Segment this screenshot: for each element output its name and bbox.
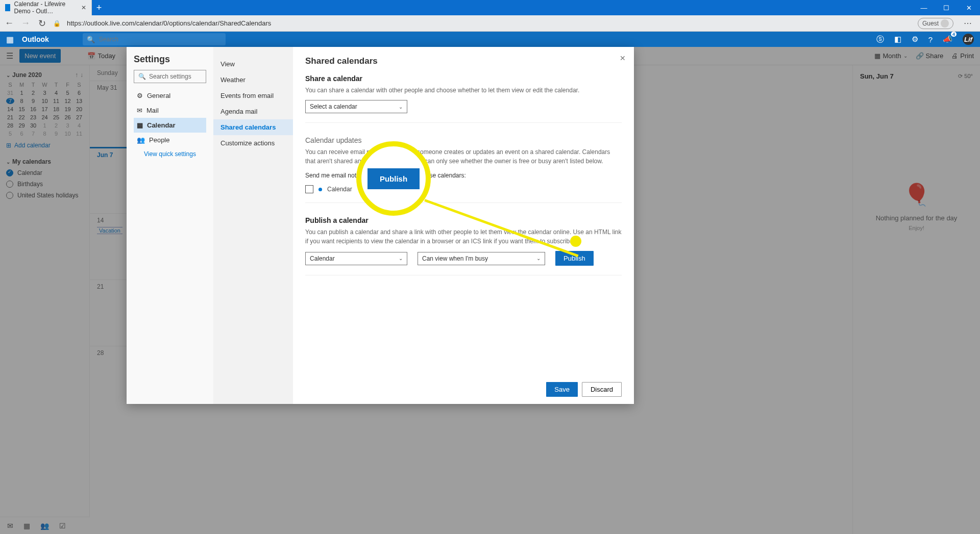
updates-cal-label: Calendar [327, 186, 352, 193]
tab-title: Calendar - Lifewire Demo - Outl… [14, 1, 77, 15]
people-icon: 👥 [137, 136, 145, 144]
settings-title: Settings [134, 54, 206, 65]
window-minimize-icon[interactable]: — [913, 0, 935, 15]
subnav-shared-calendars[interactable]: Shared calendars [213, 119, 293, 135]
close-icon[interactable]: ✕ [620, 54, 626, 62]
save-button[interactable]: Save [546, 382, 578, 397]
discard-button[interactable]: Discard [582, 382, 622, 397]
app-launcher-icon[interactable]: ▦ [6, 35, 14, 44]
share-section-title: Share a calendar [305, 74, 622, 83]
notif-badge: 4 [951, 32, 957, 37]
publish-calendar-select[interactable]: Calendar ⌄ [305, 252, 407, 265]
updates-checkbox[interactable] [305, 185, 313, 193]
tab-favicon [5, 4, 10, 11]
new-tab-button[interactable]: + [92, 0, 106, 15]
nav-forward-icon[interactable]: → [20, 18, 31, 29]
publish-section-title: Publish a calendar [305, 216, 622, 224]
view-quick-settings-link[interactable]: View quick settings [134, 150, 206, 158]
subnav-weather[interactable]: Weather [213, 72, 293, 88]
search-box[interactable]: 🔍 [83, 33, 226, 45]
address-url[interactable]: https://outlook.live.com/calendar/0/opti… [67, 19, 912, 27]
guest-avatar-icon [941, 19, 949, 28]
highlight-button-zoom: Publish [368, 168, 420, 189]
share-calendar-select[interactable]: Select a calendar ⌄ [305, 100, 407, 113]
subnav-view[interactable]: View [213, 56, 293, 72]
window-close-icon[interactable]: ✕ [958, 0, 980, 15]
app-name: Outlook [22, 35, 49, 43]
help-icon[interactable]: ? [928, 35, 933, 44]
calendar-color-dot [318, 188, 322, 191]
settings-gear-icon[interactable]: ⚙ [912, 35, 918, 44]
publish-permission-select[interactable]: Can view when I'm busy ⌄ [418, 252, 545, 265]
settings-search[interactable]: 🔍 Search settings [134, 70, 206, 83]
guest-label: Guest [922, 20, 939, 27]
settings-modal: Settings 🔍 Search settings ⚙General ✉Mai… [127, 47, 634, 404]
subnav-events[interactable]: Events from email [213, 88, 293, 104]
browser-tab[interactable]: Calendar - Lifewire Demo - Outl… ✕ [0, 0, 92, 15]
nav-back-icon[interactable]: ← [4, 18, 14, 29]
window-maximize-icon[interactable]: ☐ [935, 0, 958, 15]
guest-profile-chip[interactable]: Guest [918, 18, 953, 29]
notifications-icon[interactable]: 📣4 [943, 35, 952, 44]
updates-send-label: Send me email notifications for updates … [305, 171, 622, 180]
subnav-customize[interactable]: Customize actions [213, 135, 293, 151]
highlight-endpoint-dot [570, 236, 581, 247]
chevron-down-icon: ⌄ [399, 256, 403, 261]
settings-nav-calendar[interactable]: ▦Calendar [134, 118, 206, 133]
account-avatar[interactable]: Lif [963, 34, 974, 45]
settings-nav-people[interactable]: 👥People [134, 133, 206, 147]
calendar-icon: ▦ [137, 121, 143, 129]
gear-icon: ⚙ [137, 92, 143, 99]
subnav-agenda[interactable]: Agenda mail [213, 104, 293, 119]
chevron-down-icon: ⌄ [399, 104, 403, 110]
browser-more-icon[interactable]: ⋯ [960, 18, 976, 28]
updates-section-desc: You can receive email notifications when… [305, 147, 622, 166]
skype-icon[interactable]: ⓢ [876, 35, 884, 44]
nav-refresh-icon[interactable]: ↻ [37, 18, 47, 29]
lock-icon: 🔒 [53, 20, 61, 27]
search-icon: 🔍 [87, 36, 95, 43]
highlight-circle: Publish [356, 141, 431, 216]
outlook-today-icon[interactable]: ◧ [894, 35, 901, 44]
chevron-down-icon: ⌄ [536, 256, 541, 261]
updates-section-title: Calendar updates [305, 136, 622, 144]
search-input[interactable] [98, 35, 222, 43]
tab-close-icon[interactable]: ✕ [81, 4, 86, 11]
settings-nav-general[interactable]: ⚙General [134, 88, 206, 103]
share-section-desc: You can share a calendar with other peop… [305, 86, 622, 95]
mail-icon: ✉ [137, 107, 142, 114]
search-icon: 🔍 [138, 73, 146, 80]
panel-title: Shared calendars [305, 56, 622, 66]
settings-nav-mail[interactable]: ✉Mail [134, 103, 206, 118]
